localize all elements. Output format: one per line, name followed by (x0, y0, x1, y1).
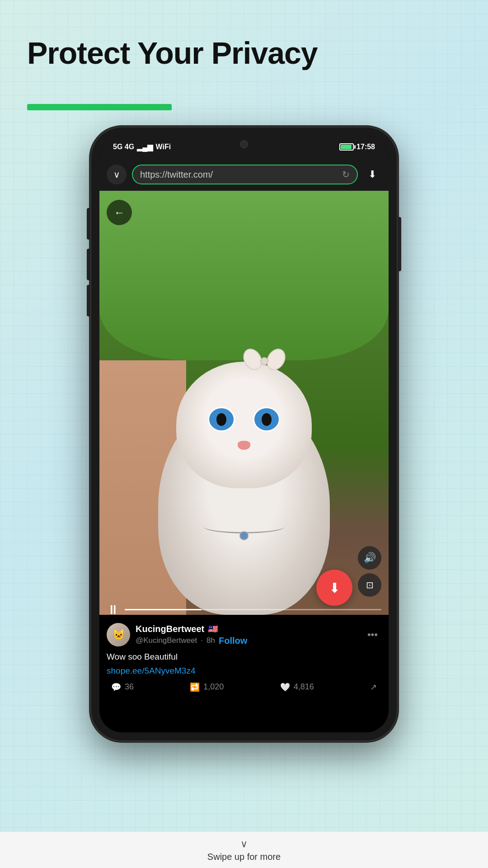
page-title: Protect Your Privacy (27, 36, 318, 70)
download-icon: ⬇ (368, 169, 376, 180)
cat-head (176, 362, 312, 488)
tweet-text: Wow soo Beautiful (107, 651, 381, 663)
tweet-timestamp: 8h (206, 636, 215, 645)
pause-button[interactable]: ⏸ (107, 602, 119, 617)
battery-fill (341, 145, 352, 149)
battery-icon (339, 143, 354, 151)
tweet-username-row: KucingBertweet 🇲🇾 (136, 624, 358, 634)
cat-necklace (203, 520, 285, 533)
browser-download-button[interactable]: ⬇ (363, 165, 381, 184)
refresh-icon[interactable]: ↻ (342, 169, 350, 180)
tweet-handle-row: @KucingBertweet · 8h Follow (136, 636, 358, 646)
reply-count: 36 (125, 682, 134, 692)
phone-screen: 5G 4G ▂▄▆ WiFi 17:58 ∨ https://twitter. (99, 136, 389, 732)
retweet-count: 1,020 (203, 682, 224, 692)
tweet-header: 🐱 KucingBertweet 🇲🇾 @KucingBertweet · 8h… (107, 623, 381, 646)
follow-button[interactable]: Follow (219, 636, 247, 646)
tweet-more-button[interactable]: ••• (364, 627, 381, 642)
reply-action[interactable]: 💬 36 (111, 682, 134, 692)
network-indicator: 5G 4G (113, 143, 134, 151)
time-display: 17:58 (357, 143, 375, 151)
cat-eye-left (208, 407, 235, 432)
like-count: 4,816 (294, 682, 314, 692)
reply-icon: 💬 (111, 682, 121, 692)
browser-bar: ∨ https://twitter.com/ ↻ ⬇ (99, 158, 389, 191)
video-download-button[interactable]: ⬇ (316, 570, 352, 606)
background-trees (99, 191, 389, 360)
like-action[interactable]: 🤍 4,816 (280, 682, 314, 692)
bow-center (260, 357, 268, 365)
url-bar[interactable]: https://twitter.com/ ↻ (132, 165, 358, 184)
wifi-icon: WiFi (155, 143, 171, 151)
phone-notch (208, 136, 280, 153)
swipe-label: Swipe up for more (207, 852, 281, 862)
tweet-user-info: KucingBertweet 🇲🇾 @KucingBertweet · 8h F… (136, 624, 358, 646)
swipe-area[interactable]: ∨ Swipe up for more (0, 832, 488, 868)
signal-bars: ▂▄▆ (137, 143, 153, 151)
tweet-actions: 💬 36 🔁 1,020 🤍 4,816 ↗ (107, 682, 381, 692)
tweet-avatar[interactable]: 🐱 (107, 623, 130, 646)
share-action[interactable]: ↗ (370, 682, 377, 692)
title-underline (27, 104, 172, 110)
share-icon: ↗ (370, 682, 377, 692)
tweet-username: KucingBertweet (136, 624, 204, 634)
browser-back-button[interactable]: ∨ (107, 165, 127, 184)
cat-nose (238, 441, 250, 450)
retweet-icon: 🔁 (190, 682, 200, 692)
caption-button[interactable]: ⊡ (358, 573, 381, 597)
phone-shell: 5G 4G ▂▄▆ WiFi 17:58 ∨ https://twitter. (90, 127, 398, 741)
progress-bar[interactable] (125, 609, 381, 610)
back-arrow-icon: ∨ (113, 169, 120, 180)
like-icon: 🤍 (280, 682, 290, 692)
video-area[interactable]: ← ⬇ 🔊 ⊡ ⏸ (99, 191, 389, 732)
cat-figure (149, 353, 339, 615)
video-frame (99, 191, 389, 615)
necklace-pendant (239, 531, 249, 540)
tweet-panel: 🐱 KucingBertweet 🇲🇾 @KucingBertweet · 8h… (99, 617, 389, 732)
retweet-action[interactable]: 🔁 1,020 (190, 682, 224, 692)
video-back-button[interactable]: ← (107, 200, 132, 225)
progress-fill (125, 609, 202, 610)
cat-eye-right (253, 407, 280, 432)
caption-icon: ⊡ (366, 580, 374, 590)
back-icon: ← (114, 206, 125, 219)
volume-icon: 🔊 (364, 552, 376, 564)
video-controls: ⏸ (99, 601, 389, 618)
download-circle-icon: ⬇ (329, 580, 340, 596)
front-camera (240, 140, 248, 148)
tweet-link[interactable]: shope.ee/5ANyveM3z4 (107, 666, 381, 676)
tweet-handle: @KucingBertweet (136, 636, 197, 645)
cat-bow (244, 348, 285, 380)
tweet-flag: 🇲🇾 (208, 624, 218, 634)
swipe-chevron-icon: ∨ (240, 838, 248, 850)
phone-wrapper: 5G 4G ▂▄▆ WiFi 17:58 ∨ https://twitter. (90, 127, 398, 741)
status-right: 17:58 (339, 143, 375, 151)
status-left: 5G 4G ▂▄▆ WiFi (113, 143, 171, 151)
volume-button[interactable]: 🔊 (358, 546, 381, 570)
url-text: https://twitter.com/ (140, 170, 338, 180)
tweet-time: · (201, 636, 203, 645)
